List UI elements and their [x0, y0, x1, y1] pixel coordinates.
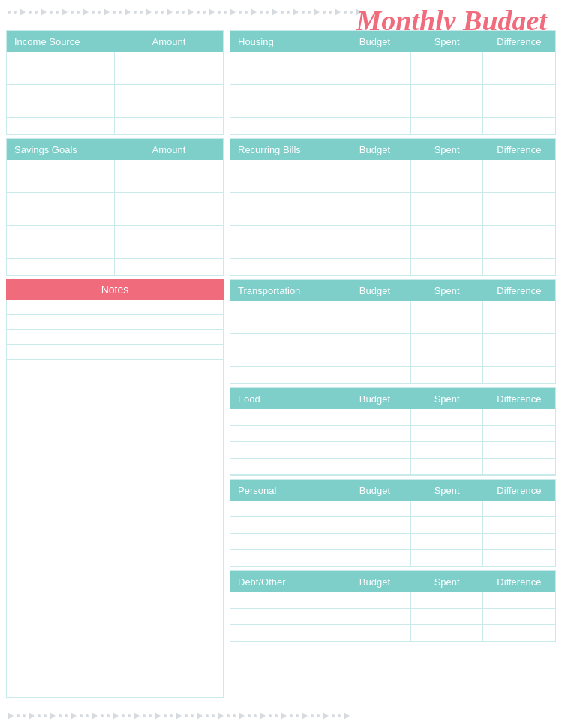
bills-cell[interactable]: [230, 176, 338, 192]
income-cell[interactable]: [115, 118, 223, 134]
debt-cell[interactable]: [483, 592, 555, 608]
transport-cell[interactable]: [338, 350, 410, 366]
food-cell[interactable]: [338, 459, 410, 474]
savings-cell[interactable]: [7, 242, 115, 258]
income-cell[interactable]: [7, 118, 115, 134]
bills-cell[interactable]: [411, 209, 483, 225]
food-cell[interactable]: [411, 409, 483, 425]
housing-cell[interactable]: [338, 85, 410, 101]
notes-line[interactable]: [7, 525, 223, 540]
notes-line[interactable]: [7, 360, 223, 375]
notes-line[interactable]: [7, 420, 223, 435]
notes-line[interactable]: [7, 570, 223, 585]
personal-cell[interactable]: [338, 501, 410, 516]
savings-cell[interactable]: [115, 176, 223, 192]
personal-cell[interactable]: [483, 517, 555, 533]
savings-cell[interactable]: [115, 226, 223, 242]
housing-cell[interactable]: [230, 68, 338, 84]
housing-cell[interactable]: [230, 52, 338, 68]
housing-cell[interactable]: [411, 68, 483, 84]
transport-cell[interactable]: [230, 334, 338, 350]
notes-line[interactable]: [7, 330, 223, 345]
food-cell[interactable]: [411, 459, 483, 474]
food-cell[interactable]: [483, 426, 555, 441]
income-cell[interactable]: [115, 68, 223, 84]
bills-cell[interactable]: [483, 160, 555, 176]
bills-cell[interactable]: [411, 259, 483, 275]
savings-cell[interactable]: [115, 259, 223, 275]
transport-cell[interactable]: [411, 367, 483, 383]
bills-cell[interactable]: [338, 193, 410, 209]
food-cell[interactable]: [230, 409, 338, 425]
food-cell[interactable]: [338, 426, 410, 441]
housing-cell[interactable]: [230, 118, 338, 134]
transport-cell[interactable]: [338, 334, 410, 350]
bills-cell[interactable]: [230, 160, 338, 176]
personal-cell[interactable]: [411, 501, 483, 516]
housing-cell[interactable]: [230, 101, 338, 117]
debt-cell[interactable]: [411, 592, 483, 608]
transport-cell[interactable]: [411, 317, 483, 333]
housing-cell[interactable]: [483, 52, 555, 68]
savings-cell[interactable]: [115, 193, 223, 209]
debt-cell[interactable]: [338, 625, 410, 641]
personal-cell[interactable]: [483, 550, 555, 566]
housing-cell[interactable]: [338, 52, 410, 68]
bills-cell[interactable]: [338, 226, 410, 242]
transport-cell[interactable]: [230, 367, 338, 383]
transport-cell[interactable]: [338, 301, 410, 317]
savings-cell[interactable]: [115, 160, 223, 176]
food-cell[interactable]: [338, 409, 410, 425]
personal-cell[interactable]: [411, 550, 483, 566]
income-cell[interactable]: [7, 85, 115, 101]
transport-cell[interactable]: [230, 317, 338, 333]
debt-cell[interactable]: [411, 625, 483, 641]
transport-cell[interactable]: [411, 301, 483, 317]
housing-cell[interactable]: [411, 118, 483, 134]
transport-cell[interactable]: [338, 367, 410, 383]
transport-cell[interactable]: [483, 301, 555, 317]
notes-line[interactable]: [7, 300, 223, 315]
bills-cell[interactable]: [338, 209, 410, 225]
debt-cell[interactable]: [338, 609, 410, 624]
bills-cell[interactable]: [483, 193, 555, 209]
bills-cell[interactable]: [411, 176, 483, 192]
bills-cell[interactable]: [230, 193, 338, 209]
savings-cell[interactable]: [7, 259, 115, 275]
notes-line[interactable]: [7, 540, 223, 555]
housing-cell[interactable]: [483, 68, 555, 84]
notes-line[interactable]: [7, 435, 223, 450]
food-cell[interactable]: [483, 459, 555, 474]
housing-cell[interactable]: [483, 118, 555, 134]
notes-line[interactable]: [7, 555, 223, 570]
food-cell[interactable]: [338, 442, 410, 458]
notes-line[interactable]: [7, 390, 223, 405]
debt-cell[interactable]: [483, 609, 555, 624]
transport-cell[interactable]: [411, 350, 483, 366]
bills-cell[interactable]: [338, 176, 410, 192]
savings-cell[interactable]: [7, 193, 115, 209]
food-cell[interactable]: [483, 442, 555, 458]
personal-cell[interactable]: [230, 517, 338, 533]
savings-cell[interactable]: [7, 160, 115, 176]
housing-cell[interactable]: [230, 85, 338, 101]
notes-line[interactable]: [7, 315, 223, 330]
notes-line[interactable]: [7, 480, 223, 495]
notes-line[interactable]: [7, 495, 223, 510]
debt-cell[interactable]: [230, 592, 338, 608]
savings-cell[interactable]: [7, 209, 115, 225]
personal-cell[interactable]: [338, 534, 410, 549]
notes-line[interactable]: [7, 510, 223, 525]
personal-cell[interactable]: [338, 517, 410, 533]
income-cell[interactable]: [7, 101, 115, 117]
housing-cell[interactable]: [338, 101, 410, 117]
transport-cell[interactable]: [230, 301, 338, 317]
food-cell[interactable]: [411, 442, 483, 458]
food-cell[interactable]: [230, 426, 338, 441]
bills-cell[interactable]: [483, 259, 555, 275]
transport-cell[interactable]: [483, 350, 555, 366]
income-cell[interactable]: [7, 52, 115, 68]
savings-cell[interactable]: [115, 242, 223, 258]
income-cell[interactable]: [115, 85, 223, 101]
notes-line[interactable]: [7, 465, 223, 480]
